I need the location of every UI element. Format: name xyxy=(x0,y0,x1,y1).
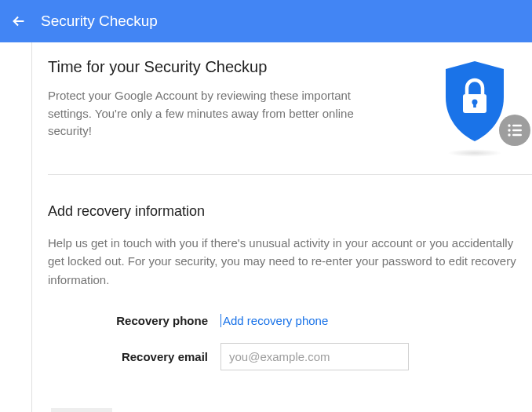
skip-button[interactable]: SKIP xyxy=(134,408,167,412)
app-header: Security Checkup xyxy=(0,0,532,42)
done-button[interactable]: DONE xyxy=(51,408,112,412)
svg-point-7 xyxy=(508,133,510,136)
svg-point-5 xyxy=(508,129,510,131)
intro-title: Time for your Security Checkup xyxy=(48,58,424,76)
intro-description: Protect your Google Account by reviewing… xyxy=(48,87,362,140)
svg-rect-6 xyxy=(512,129,522,131)
intro-text: Time for your Security Checkup Protect y… xyxy=(48,58,439,140)
svg-rect-4 xyxy=(512,125,522,126)
page-title: Security Checkup xyxy=(41,13,158,30)
svg-rect-2 xyxy=(473,102,476,108)
recovery-email-label: Recovery email xyxy=(48,350,220,363)
recovery-title: Add recovery information xyxy=(48,203,532,220)
recovery-email-input[interactable] xyxy=(220,343,409,370)
recovery-email-row: Recovery email xyxy=(48,343,532,370)
shadow-decoration xyxy=(447,149,502,157)
intro-section: Time for your Security Checkup Protect y… xyxy=(48,58,532,175)
add-recovery-phone-link[interactable]: Add recovery phone xyxy=(220,314,328,327)
main-content: Time for your Security Checkup Protect y… xyxy=(31,42,532,412)
back-arrow-icon[interactable] xyxy=(9,12,28,31)
recovery-description: Help us get in touch with you if there's… xyxy=(48,234,532,289)
security-illustration xyxy=(439,58,526,152)
recovery-phone-label: Recovery phone xyxy=(48,314,220,327)
recovery-section: Add recovery information Help us get in … xyxy=(48,175,532,412)
list-icon xyxy=(499,115,530,146)
action-buttons: DONE SKIP xyxy=(48,408,532,412)
recovery-phone-row: Recovery phone Add recovery phone xyxy=(48,314,532,327)
svg-rect-8 xyxy=(512,134,522,136)
svg-point-3 xyxy=(508,124,510,126)
